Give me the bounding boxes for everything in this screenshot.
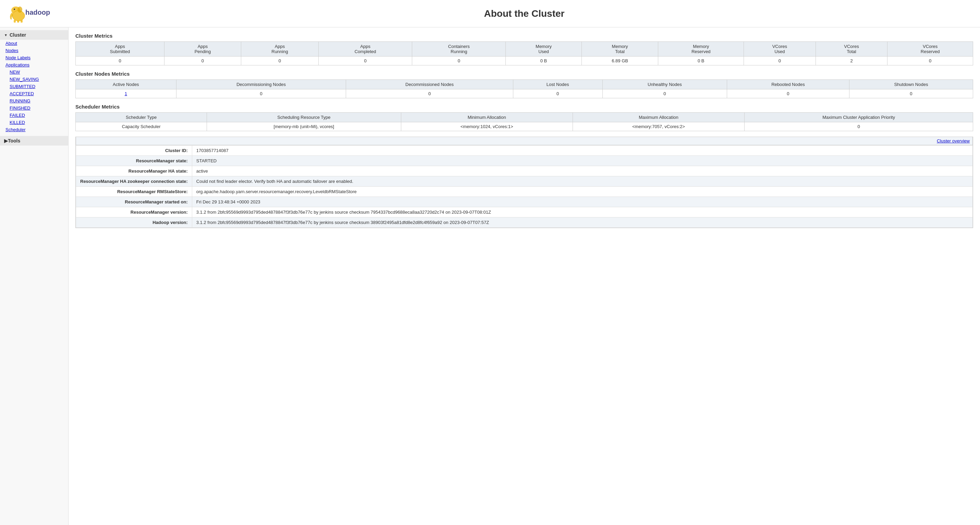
info-row: ResourceManager state:STARTED bbox=[76, 156, 973, 166]
col-vcores-used: VCoresUsed bbox=[744, 42, 816, 57]
sidebar-item-about[interactable]: About bbox=[0, 40, 68, 47]
page-title: About the Cluster bbox=[74, 8, 975, 19]
cluster-overview-container: Cluster overview Cluster ID:170385771408… bbox=[75, 136, 973, 228]
val-lost-nodes: 0 bbox=[513, 89, 602, 98]
sidebar-item-new-saving[interactable]: NEW_SAVING bbox=[0, 76, 68, 83]
cluster-nodes-metrics-table: Active Nodes Decommissioning Nodes Decom… bbox=[75, 79, 973, 98]
col-unhealthy-nodes: Unhealthy Nodes bbox=[602, 80, 727, 89]
info-label: ResourceManager HA state: bbox=[76, 166, 192, 176]
col-scheduling-resource-type: Scheduling Resource Type bbox=[207, 113, 401, 122]
info-label: Cluster ID: bbox=[76, 146, 192, 156]
val-rebooted-nodes: 0 bbox=[727, 89, 850, 98]
svg-text:hadoop: hadoop bbox=[25, 9, 50, 16]
svg-rect-5 bbox=[17, 20, 19, 22]
sidebar-tools-label: Tools bbox=[8, 138, 20, 143]
scheduler-row: Capacity Scheduler [memory-mb (unit=Mi),… bbox=[76, 122, 973, 131]
info-value: Could not find leader elector. Verify bo… bbox=[192, 176, 972, 187]
val-apps-running: 0 bbox=[241, 57, 318, 65]
info-table: Cluster ID:1703857714087ResourceManager … bbox=[76, 145, 973, 228]
active-nodes-link[interactable]: 1 bbox=[125, 91, 127, 96]
info-row: ResourceManager started on:Fri Dec 29 13… bbox=[76, 197, 973, 207]
sidebar-item-accepted[interactable]: ACCEPTED bbox=[0, 90, 68, 97]
info-value: 3.1.2 from 2bfc95569d9993d795ded4878847f… bbox=[192, 217, 972, 228]
val-max-cluster-app-priority: 0 bbox=[745, 122, 973, 131]
col-memory-used: MemoryUsed bbox=[506, 42, 581, 57]
scheduler-metrics-table: Scheduler Type Scheduling Resource Type … bbox=[75, 112, 973, 131]
sidebar-item-node-labels[interactable]: Node Labels bbox=[0, 54, 68, 61]
hadoop-logo: hadoop bbox=[5, 3, 60, 23]
cluster-overview-link[interactable]: Cluster overview bbox=[76, 137, 973, 145]
cluster-nodes-row: 1 0 0 0 0 0 0 bbox=[76, 89, 973, 98]
val-apps-submitted: 0 bbox=[76, 57, 164, 65]
sidebar-tools-header[interactable]: ▶ Tools bbox=[0, 136, 68, 146]
cluster-arrow-icon: ▼ bbox=[4, 33, 8, 37]
info-row: ResourceManager HA zookeeper connection … bbox=[76, 176, 973, 187]
sidebar-item-failed[interactable]: FAILED bbox=[0, 112, 68, 119]
val-vcores-reserved: 0 bbox=[888, 57, 973, 65]
cluster-metrics-table: AppsSubmitted AppsPending AppsRunning Ap… bbox=[75, 41, 973, 65]
col-shutdown-nodes: Shutdown Nodes bbox=[849, 80, 973, 89]
val-containers-running: 0 bbox=[412, 57, 506, 65]
col-apps-running: AppsRunning bbox=[241, 42, 318, 57]
sidebar: ▼ Cluster About Nodes Node Labels Applic… bbox=[0, 27, 68, 525]
col-rebooted-nodes: Rebooted Nodes bbox=[727, 80, 850, 89]
sidebar-item-applications[interactable]: Applications bbox=[0, 61, 68, 68]
info-label: ResourceManager HA zookeeper connection … bbox=[76, 176, 192, 187]
sidebar-item-scheduler[interactable]: Scheduler bbox=[0, 126, 68, 133]
col-active-nodes: Active Nodes bbox=[76, 80, 177, 89]
main-layout: ▼ Cluster About Nodes Node Labels Applic… bbox=[0, 27, 980, 525]
main-content: Cluster Metrics AppsSubmitted AppsPendin… bbox=[68, 27, 980, 525]
val-decommissioning-nodes: 0 bbox=[176, 89, 346, 98]
sidebar-item-nodes[interactable]: Nodes bbox=[0, 47, 68, 54]
col-vcores-reserved: VCoresReserved bbox=[888, 42, 973, 57]
cluster-metrics-title: Cluster Metrics bbox=[75, 33, 973, 39]
logo-area: hadoop bbox=[5, 3, 74, 24]
val-active-nodes: 1 bbox=[76, 89, 177, 98]
val-apps-completed: 0 bbox=[319, 57, 412, 65]
info-label: ResourceManager state: bbox=[76, 156, 192, 166]
cluster-nodes-metrics-title: Cluster Nodes Metrics bbox=[75, 71, 973, 77]
info-row: ResourceManager version:3.1.2 from 2bfc9… bbox=[76, 207, 973, 217]
col-containers-running: ContainersRunning bbox=[412, 42, 506, 57]
col-apps-completed: AppsCompleted bbox=[319, 42, 412, 57]
info-value: 1703857714087 bbox=[192, 146, 972, 156]
cluster-metrics-row: 0 0 0 0 0 0 B 6.89 GB 0 B 0 2 0 bbox=[76, 57, 973, 65]
val-vcores-total: 2 bbox=[816, 57, 888, 65]
val-maximum-allocation: <memory:7057, vCores:2> bbox=[573, 122, 744, 131]
info-row: ResourceManager RMStateStore:org.apache.… bbox=[76, 187, 973, 197]
svg-point-3 bbox=[18, 6, 22, 13]
col-apps-submitted: AppsSubmitted bbox=[76, 42, 164, 57]
col-maximum-allocation: Maximum Allocation bbox=[573, 113, 744, 122]
scheduler-metrics-title: Scheduler Metrics bbox=[75, 104, 973, 109]
col-scheduler-type: Scheduler Type bbox=[76, 113, 207, 122]
info-label: ResourceManager version: bbox=[76, 207, 192, 217]
col-vcores-total: VCoresTotal bbox=[816, 42, 888, 57]
info-label: ResourceManager RMStateStore: bbox=[76, 187, 192, 197]
col-decommissioning-nodes: Decommissioning Nodes bbox=[176, 80, 346, 89]
info-label: ResourceManager started on: bbox=[76, 197, 192, 207]
info-row: ResourceManager HA state:active bbox=[76, 166, 973, 176]
sidebar-item-finished[interactable]: FINISHED bbox=[0, 105, 68, 112]
page-title-area: About the Cluster bbox=[74, 8, 975, 19]
val-shutdown-nodes: 0 bbox=[849, 89, 973, 98]
val-minimum-allocation: <memory:1024, vCores:1> bbox=[401, 122, 573, 131]
col-lost-nodes: Lost Nodes bbox=[513, 80, 602, 89]
info-value: active bbox=[192, 166, 972, 176]
info-value: STARTED bbox=[192, 156, 972, 166]
sidebar-item-killed[interactable]: KILLED bbox=[0, 119, 68, 126]
col-memory-reserved: MemoryReserved bbox=[658, 42, 744, 57]
val-memory-reserved: 0 B bbox=[658, 57, 744, 65]
page-wrapper: hadoop About the Cluster ▼ Cluster About… bbox=[0, 0, 980, 525]
val-apps-pending: 0 bbox=[164, 57, 241, 65]
sidebar-cluster-label: Cluster bbox=[10, 32, 26, 38]
sidebar-item-running[interactable]: RUNNING bbox=[0, 97, 68, 105]
info-value: Fri Dec 29 13:48:34 +0000 2023 bbox=[192, 197, 972, 207]
info-label: Hadoop version: bbox=[76, 217, 192, 228]
cluster-overview-anchor[interactable]: Cluster overview bbox=[937, 138, 970, 143]
header: hadoop About the Cluster bbox=[0, 0, 980, 27]
sidebar-cluster-header[interactable]: ▼ Cluster bbox=[0, 30, 68, 40]
sidebar-item-submitted[interactable]: SUBMITTED bbox=[0, 83, 68, 90]
val-memory-used: 0 B bbox=[506, 57, 581, 65]
sidebar-item-new[interactable]: NEW bbox=[0, 68, 68, 76]
col-apps-pending: AppsPending bbox=[164, 42, 241, 57]
